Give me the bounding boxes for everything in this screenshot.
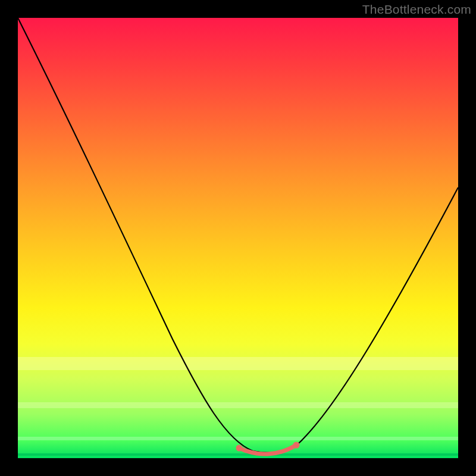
bottleneck-curve-svg [18, 18, 458, 458]
chart-frame: TheBottleneck.com [0, 0, 476, 476]
segment-start-dot [236, 445, 243, 452]
bottleneck-optimal-segment [239, 445, 296, 454]
chart-plot-area [18, 18, 458, 458]
segment-end-dot [293, 442, 300, 449]
watermark-text: TheBottleneck.com [362, 2, 471, 17]
bottleneck-curve-path [18, 18, 458, 453]
